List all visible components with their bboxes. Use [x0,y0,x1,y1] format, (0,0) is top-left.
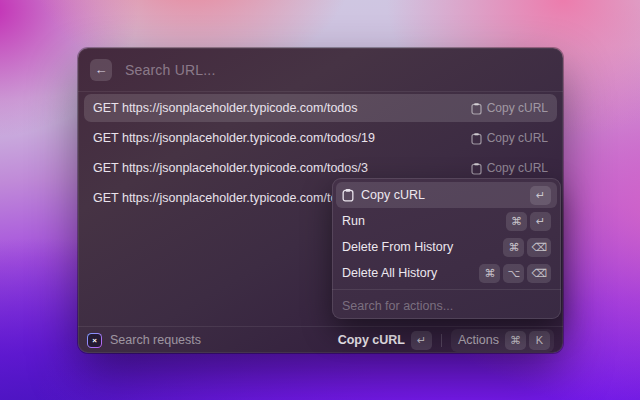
clipboard-icon [342,188,354,202]
request-title: GET https://jsonplaceholder.typicode.com… [93,131,375,145]
footer-right: Copy cURL ↵ Actions ⌘ K [338,329,554,352]
clipboard-icon [471,162,482,175]
extension-icon: × [87,333,102,348]
key-cmd: ⌘ [479,264,500,283]
footer-context-label: Search requests [110,333,201,347]
key-cmd: ⌘ [503,238,524,257]
footer-left: × Search requests [87,333,201,348]
menu-item-delete-from-history[interactable]: Delete From History ⌘ ⌫ [336,234,557,260]
shortcut-keys: ⌘ ⌥ ⌫ [479,264,551,283]
clipboard-icon [471,102,482,115]
actions-menu-panel: Copy cURL ↵ Run ⌘ ↵ Delete From History [332,178,561,319]
key-return: ↵ [530,186,551,205]
search-header: ← Search URL... [78,48,563,92]
extension-glyph: × [92,336,97,345]
row-accessory: Copy cURL [471,131,548,145]
actions-button[interactable]: Actions ⌘ K [451,329,554,352]
back-arrow-icon: ← [95,59,108,81]
key-cmd: ⌘ [505,331,526,350]
raycast-window: ← Search URL... GET https://jsonplacehol… [78,48,563,353]
request-title: GET https://jsonplaceholder.typicode.com… [93,161,368,175]
shortcut-keys: ⌘ ⌫ [503,238,551,257]
key-delete: ⌫ [527,238,551,257]
footer-divider [441,334,442,347]
accessory-label: Copy cURL [487,161,548,175]
shortcut-keys: ↵ [530,186,551,205]
request-row-todos[interactable]: GET https://jsonplaceholder.typicode.com… [84,94,557,122]
menu-divider [332,289,561,290]
key-return: ↵ [411,331,432,350]
key-cmd: ⌘ [506,212,527,231]
request-title: GET https://jsonplaceholder.typicode.com… [93,101,358,115]
accessory-label: Copy cURL [487,101,548,115]
menu-item-copy-curl[interactable]: Copy cURL ↵ [336,182,557,208]
menu-item-delete-all-history[interactable]: Delete All History ⌘ ⌥ ⌫ [336,260,557,286]
key-return: ↵ [530,212,551,231]
menu-item-run[interactable]: Run ⌘ ↵ [336,208,557,234]
accessory-label: Copy cURL [487,131,548,145]
request-title: GET https://jsonplaceholder.typicode.com… [93,191,368,205]
key-delete: ⌫ [527,264,551,283]
actions-search-input[interactable]: Search for actions... [336,293,557,319]
shortcut-keys: ⌘ ↵ [506,212,551,231]
request-row-todos-19[interactable]: GET https://jsonplaceholder.typicode.com… [84,124,557,152]
footer-bar: × Search requests Copy cURL ↵ Actions ⌘ … [78,326,563,353]
key-k: K [529,331,550,350]
row-accessory: Copy cURL [471,161,548,175]
shortcut-keys: ⌘ K [505,331,550,350]
primary-action-label: Copy cURL [338,333,405,347]
key-option: ⌥ [503,264,524,283]
row-accessory: Copy cURL [471,101,548,115]
actions-button-label: Actions [458,333,499,347]
primary-action-button[interactable]: Copy cURL ↵ [338,331,432,350]
search-url-input[interactable]: Search URL... [125,62,216,78]
menu-item-label: Delete From History [342,240,453,254]
menu-item-label: Copy cURL [361,188,425,202]
menu-item-label: Delete All History [342,266,437,280]
back-button[interactable]: ← [90,59,112,81]
menu-item-label: Run [342,214,365,228]
clipboard-icon [471,132,482,145]
